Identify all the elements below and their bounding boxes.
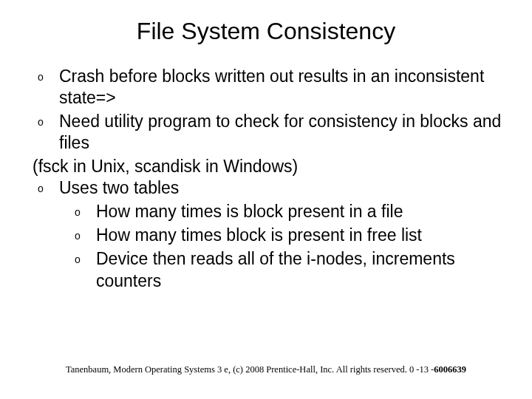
bullet-icon: o xyxy=(22,177,59,200)
bullet-icon: o xyxy=(59,248,96,270)
list-item-text: Device then reads all of the i-nodes, in… xyxy=(96,248,510,292)
footer-text: Tanenbaum, Modern Operating Systems 3 e,… xyxy=(66,364,434,375)
list-item-text: Uses two tables xyxy=(59,177,510,199)
content-body: o Crash before blocks written out result… xyxy=(22,66,510,292)
list-item-text: Need utility program to check for consis… xyxy=(59,111,510,154)
list-item-text: Crash before blocks written out results … xyxy=(59,66,510,109)
list-item: o Need utility program to check for cons… xyxy=(22,111,510,154)
list-item-text: How many times block is present in free … xyxy=(96,225,510,246)
footer-citation: Tanenbaum, Modern Operating Systems 3 e,… xyxy=(0,364,532,375)
bullet-icon: o xyxy=(22,111,59,133)
bullet-icon: o xyxy=(59,225,96,247)
list-item: o Crash before blocks written out result… xyxy=(22,66,510,109)
list-item-text: How many times is block present in a fil… xyxy=(96,201,510,222)
bullet-icon: o xyxy=(22,66,59,88)
slide: File System Consistency o Crash before b… xyxy=(0,0,532,399)
page-title: File System Consistency xyxy=(22,18,510,45)
list-item: o How many times block is present in fre… xyxy=(22,225,510,247)
paragraph: (fsck in Unix, scandisk in Windows) xyxy=(22,156,510,177)
list-item: o Device then reads all of the i-nodes, … xyxy=(22,248,510,292)
list-item: o How many times is block present in a f… xyxy=(22,201,510,223)
footer-isbn: 6006639 xyxy=(434,364,466,375)
list-item: o Uses two tables xyxy=(22,177,510,200)
bullet-icon: o xyxy=(59,201,96,223)
